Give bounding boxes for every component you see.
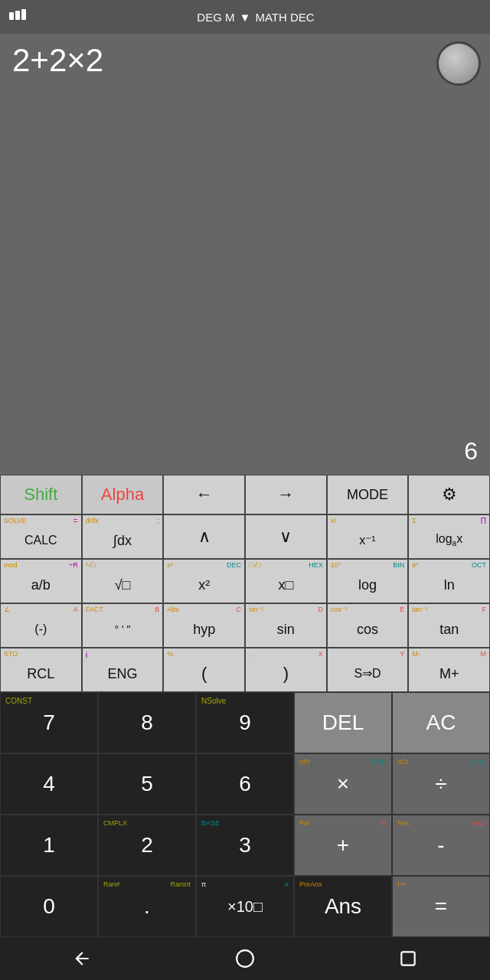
del-key[interactable]: DEL bbox=[294, 692, 392, 753]
negative-key[interactable]: ∠ A (-) bbox=[0, 603, 82, 648]
fraction-key[interactable]: mod ÷R a/b bbox=[0, 559, 82, 603]
key-7[interactable]: CONST 7 bbox=[0, 692, 98, 753]
status-mode: DEG M ▼ MATH DEC bbox=[197, 11, 314, 24]
up-arrow-key[interactable]: ∧ bbox=[163, 514, 245, 559]
multiply-key[interactable]: nPr GCD × bbox=[294, 753, 392, 815]
integral-key[interactable]: d/dx : ∫dx bbox=[82, 514, 164, 559]
power-key[interactable]: □√□ HEX x□ bbox=[245, 559, 327, 603]
display-area: 2+2×2 6 bbox=[0, 34, 490, 475]
svg-rect-4 bbox=[402, 952, 415, 965]
log-key[interactable]: 10ˣ BIN log bbox=[327, 559, 409, 603]
key-8[interactable]: 8 bbox=[98, 692, 196, 753]
svg-rect-2 bbox=[21, 9, 26, 20]
cos-key[interactable]: cos⁻¹ E cos bbox=[327, 603, 409, 648]
log-base-key[interactable]: Σ Π logax bbox=[408, 514, 490, 559]
num-row-2: 4 5 6 nPr GCD × nCr LCM ÷ bbox=[0, 753, 490, 815]
key-row-4: ∠ A (-) FACT B ° ' " Abs C hyp sin⁻¹ D s… bbox=[0, 603, 490, 648]
settings-key[interactable]: ⚙ bbox=[408, 475, 490, 514]
key-6[interactable]: 6 bbox=[196, 753, 294, 815]
numpad: CONST 7 8 NSolve 9 DEL AC 4 5 6 nPr GCD bbox=[0, 692, 490, 937]
ac-key[interactable]: AC bbox=[392, 692, 490, 753]
hyp-key[interactable]: Abs C hyp bbox=[163, 603, 245, 648]
open-paren-key[interactable]: % ( bbox=[163, 648, 245, 692]
mode-key[interactable]: MODE bbox=[327, 475, 409, 514]
equals-key[interactable]: H+ = bbox=[392, 876, 490, 937]
svg-rect-1 bbox=[15, 11, 20, 20]
divide-key[interactable]: nCr LCM ÷ bbox=[392, 753, 490, 815]
square-key[interactable]: x³ DEC x² bbox=[163, 559, 245, 603]
rcl-key[interactable]: STO RCL bbox=[0, 648, 82, 692]
shift-key[interactable]: Shift bbox=[0, 475, 82, 514]
key-5[interactable]: 5 bbox=[98, 753, 196, 815]
expression-display: 2+2×2 bbox=[0, 34, 490, 81]
right-arrow-key[interactable]: → bbox=[245, 475, 327, 514]
status-icons bbox=[9, 8, 31, 26]
circle-button[interactable] bbox=[436, 41, 481, 86]
m-plus-key[interactable]: M- M M+ bbox=[408, 648, 490, 692]
svg-point-3 bbox=[237, 950, 253, 967]
s-to-d-key[interactable]: Y S⇒D bbox=[327, 648, 409, 692]
key-1[interactable]: 1 bbox=[0, 815, 98, 876]
key-4[interactable]: 4 bbox=[0, 753, 98, 815]
svg-rect-0 bbox=[9, 12, 14, 20]
result-display: 6 bbox=[464, 437, 478, 466]
key-3[interactable]: BASE 3 bbox=[196, 815, 294, 876]
ln-key[interactable]: eˣ OCT ln bbox=[408, 559, 490, 603]
plus-key[interactable]: Pol Int + bbox=[294, 815, 392, 876]
key-9[interactable]: NSolve 9 bbox=[196, 692, 294, 753]
home-nav-button[interactable] bbox=[234, 948, 256, 969]
key-row-2: SOLVE = CALC d/dx : ∫dx ∧ ∨ x! x⁻¹ Σ Π l… bbox=[0, 514, 490, 559]
num-row-3: 1 CMPLX 2 BASE 3 Pol Int + Rec Intg - bbox=[0, 815, 490, 876]
recent-nav-button[interactable] bbox=[397, 948, 419, 969]
status-bar: DEG M ▼ MATH DEC bbox=[0, 0, 490, 34]
exp-key[interactable]: π e ×10□ bbox=[196, 876, 294, 937]
inverse-key[interactable]: x! x⁻¹ bbox=[327, 514, 409, 559]
eng-key[interactable]: i ENG bbox=[82, 648, 164, 692]
down-arrow-key[interactable]: ∨ bbox=[245, 514, 327, 559]
minus-key[interactable]: Rec Intg - bbox=[392, 815, 490, 876]
calc-key[interactable]: SOLVE = CALC bbox=[0, 514, 82, 559]
nav-bar bbox=[0, 937, 490, 980]
ans-key[interactable]: PreAns Ans bbox=[294, 876, 392, 937]
key-row-5: STO RCL i ENG % ( , X ) Y S⇒D M- M M+ bbox=[0, 648, 490, 692]
key-2[interactable]: CMPLX 2 bbox=[98, 815, 196, 876]
math-mode-label: MATH DEC bbox=[255, 11, 314, 24]
num-row-4: 0 Ran# RanInt . π e ×10□ PreAns Ans H+ = bbox=[0, 876, 490, 937]
key-row-3: mod ÷R a/b ³√□ √□ x³ DEC x² □√□ HEX x□ 1… bbox=[0, 559, 490, 603]
decimal-key[interactable]: Ran# RanInt . bbox=[98, 876, 196, 937]
deg-mode-label: DEG M bbox=[197, 11, 234, 24]
sin-key[interactable]: sin⁻¹ D sin bbox=[245, 603, 327, 648]
key-0[interactable]: 0 bbox=[0, 876, 98, 937]
alpha-key[interactable]: Alpha bbox=[82, 475, 164, 514]
dropdown-icon: ▼ bbox=[240, 11, 251, 24]
num-row-1: CONST 7 8 NSolve 9 DEL AC bbox=[0, 692, 490, 753]
keypad: Shift Alpha ← → MODE ⚙ SOLVE = CALC d/dx… bbox=[0, 475, 490, 692]
tan-key[interactable]: tan⁻¹ F tan bbox=[408, 603, 490, 648]
sqrt-key[interactable]: ³√□ √□ bbox=[82, 559, 164, 603]
close-paren-key[interactable]: , X ) bbox=[245, 648, 327, 692]
degrees-key[interactable]: FACT B ° ' " bbox=[82, 603, 164, 648]
left-arrow-key[interactable]: ← bbox=[163, 475, 245, 514]
key-row-1: Shift Alpha ← → MODE ⚙ bbox=[0, 475, 490, 514]
back-nav-button[interactable] bbox=[71, 948, 93, 969]
